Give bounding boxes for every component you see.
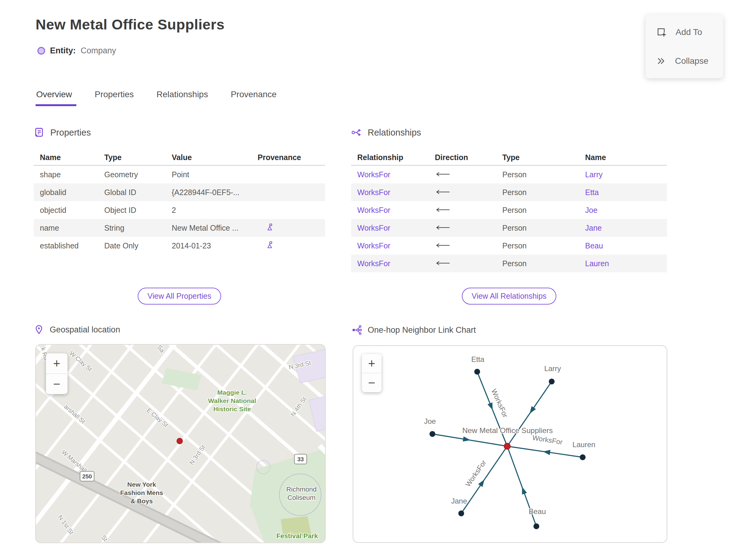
link-chart-section-title: One-hop Neighbor Link Chart <box>368 325 476 335</box>
property-row-name: nameStringNew Metal Office ... <box>34 219 325 237</box>
property-type: String <box>104 224 172 232</box>
property-value: 2014-01-23 <box>172 241 258 250</box>
collapse-button[interactable]: Collapse <box>646 56 723 66</box>
relationships-table-header: RelationshipDirectionTypeName <box>351 150 667 166</box>
poi-label: Festival Park <box>276 532 318 540</box>
chart-node-label: Larry <box>544 364 561 373</box>
property-name: established <box>34 241 104 250</box>
map-marker[interactable] <box>177 438 183 444</box>
entity-name-link[interactable]: Jane <box>585 224 602 232</box>
entity-name-link[interactable]: Lauren <box>585 259 609 268</box>
provenance-flag-icon[interactable] <box>258 241 325 251</box>
chart-node-etta[interactable] <box>474 369 480 375</box>
relationship-type-link[interactable]: WorksFor <box>357 259 390 268</box>
entity-name-link[interactable]: Etta <box>585 188 599 197</box>
property-value: {A228944F-0EF5-... <box>172 188 258 197</box>
chart-edge-arrowhead <box>478 479 485 487</box>
chart-zoom-out-button[interactable]: − <box>362 373 381 392</box>
relationships-icon <box>351 127 362 138</box>
chart-node-lauren[interactable] <box>580 455 586 460</box>
entity-name-link[interactable]: Joe <box>585 206 597 214</box>
add-to-button[interactable]: Add To <box>646 27 723 38</box>
chart-node-larry[interactable] <box>549 379 555 385</box>
entity-name-link[interactable]: Beau <box>585 241 603 250</box>
page-title: New Metal Office Suppliers <box>36 16 224 33</box>
chart-edge-label: WorksFor <box>490 388 509 419</box>
tab-provenance[interactable]: Provenance <box>230 90 281 106</box>
route-shield-number: 33 <box>297 456 304 462</box>
entity-color-dot-icon <box>37 47 45 55</box>
direction-arrow-icon <box>435 206 502 215</box>
poi-label: New York <box>127 481 156 488</box>
chart-edge-arrowhead <box>522 487 527 494</box>
view-all-relationships-button[interactable]: View All Relationships <box>462 288 556 305</box>
entity-type-cell: Person <box>502 241 585 250</box>
chart-center-node[interactable] <box>504 443 511 450</box>
relationship-type-link[interactable]: WorksFor <box>357 170 390 179</box>
col-header: Value <box>172 153 258 162</box>
entity-name-link[interactable]: Larry <box>585 170 603 179</box>
chart-node-label: Lauren <box>573 440 596 449</box>
chart-zoom-in-button[interactable]: + <box>362 354 381 373</box>
property-row-shape: shapeGeometryPoint <box>34 166 325 183</box>
entity-details-page: New Metal Office Suppliers Entity: Compa… <box>0 0 736 560</box>
relationship-row-lauren: WorksForPersonLauren <box>351 255 667 272</box>
property-name: name <box>34 224 104 232</box>
relationship-type-link[interactable]: WorksFor <box>357 241 390 250</box>
col-header: Name <box>585 153 667 162</box>
relationships-section-title: Relationships <box>368 128 421 138</box>
entity-type-row: Entity: Company <box>37 46 116 56</box>
property-type: Date Only <box>104 241 172 250</box>
property-value: Point <box>172 170 258 179</box>
add-to-icon <box>656 27 667 38</box>
poi-label: Maggie L. <box>217 389 247 396</box>
relationship-row-larry: WorksForPersonLarry <box>351 166 667 183</box>
map-canvas: k RoW Clay StSaN 3rd StN 4th Starshall S… <box>36 345 325 543</box>
tab-properties[interactable]: Properties <box>94 90 138 106</box>
property-name: objectid <box>34 206 104 215</box>
view-all-properties-wrap: View All Properties <box>34 288 325 305</box>
chart-edge-label: WorksFor <box>532 433 563 446</box>
col-header: Type <box>104 153 172 162</box>
relationships-table: RelationshipDirectionTypeName WorksForPe… <box>351 150 667 272</box>
collapse-label: Collapse <box>675 56 708 66</box>
poi-label: Walker National <box>208 397 256 404</box>
chart-center-node-label: New Metal Office Suppliers <box>462 426 553 435</box>
entity-type-cell: Person <box>502 170 585 179</box>
property-row-objectid: objectidObject ID2 <box>34 201 325 219</box>
entity-type-cell: Person <box>502 206 585 215</box>
col-header: Direction <box>435 153 502 162</box>
direction-arrow-icon <box>435 224 502 232</box>
map-zoom-in-button[interactable]: + <box>46 353 67 374</box>
chart-node-jane[interactable] <box>458 511 464 516</box>
entity-label: Entity: <box>50 46 76 56</box>
chart-zoom-control: + − <box>362 354 381 392</box>
route-shield-number: 250 <box>82 473 92 480</box>
geospatial-section-title: Geospatial location <box>50 325 120 335</box>
actions-menu: Add To Collapse <box>646 15 723 78</box>
view-all-properties-button[interactable]: View All Properties <box>138 288 221 305</box>
direction-arrow-icon <box>435 241 502 250</box>
link-chart[interactable]: WorksForWorksForWorksForEttaLarryJoeLaur… <box>353 345 667 543</box>
chart-node-label: Beau <box>529 507 546 516</box>
chart-node-label: Joe <box>424 417 436 425</box>
relationship-type-link[interactable]: WorksFor <box>357 224 390 232</box>
tab-relationships[interactable]: Relationships <box>156 90 212 106</box>
property-row-established: establishedDate Only2014-01-23 <box>34 237 325 255</box>
map[interactable]: k RoW Clay StSaN 3rd StN 4th Starshall S… <box>35 344 326 543</box>
chart-node-label: Jane <box>451 497 467 505</box>
tab-overview[interactable]: Overview <box>36 90 76 106</box>
property-type: Geometry <box>104 170 172 179</box>
chart-edge-label: WorksFor <box>464 458 488 488</box>
chart-node-beau[interactable] <box>534 524 539 529</box>
poi-label: Coliseum <box>287 494 316 501</box>
chart-node-joe[interactable] <box>430 431 435 437</box>
property-value: New Metal Office ... <box>172 224 258 232</box>
map-pin-icon <box>34 324 44 335</box>
map-zoom-out-button[interactable]: − <box>46 374 67 394</box>
relationship-type-link[interactable]: WorksFor <box>357 206 390 214</box>
relationship-type-link[interactable]: WorksFor <box>357 188 390 197</box>
provenance-flag-icon[interactable] <box>258 223 325 233</box>
poi-label: Historic Site <box>213 405 251 412</box>
properties-icon <box>34 127 45 138</box>
